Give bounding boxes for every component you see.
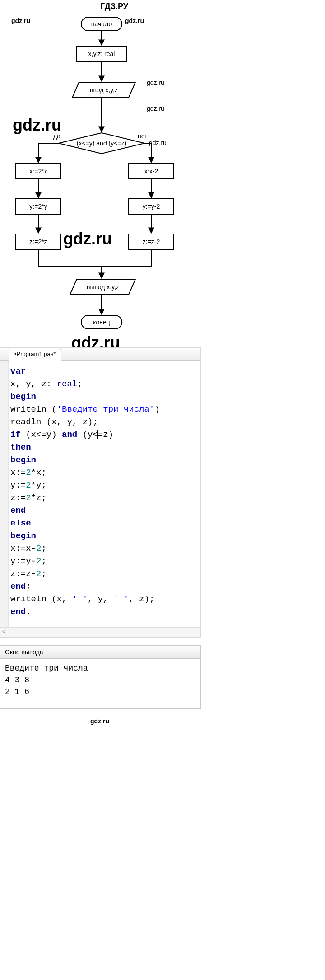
flow-n2: y:=y-2 xyxy=(143,203,160,210)
flow-yes-label: да xyxy=(53,132,60,140)
flow-output: вывод x,y,z xyxy=(87,283,119,291)
code-content[interactable]: var x, y, z: real; begin writeln ('Введи… xyxy=(9,361,162,627)
flow-decl: x,y,z: real xyxy=(88,50,115,57)
flow-start: начало xyxy=(91,20,112,28)
flow-no-label: нет xyxy=(138,132,148,140)
output-window: Окно вывода Введите три числа 4 3 8 2 1 … xyxy=(0,645,201,709)
editor-tab-bar: •Program1.pas* xyxy=(0,348,200,361)
output-title: Окно вывода xyxy=(0,645,201,659)
flow-n1: x:x-2 xyxy=(144,168,158,175)
flow-y3: z:=2*z xyxy=(29,238,47,245)
flow-input: ввод x,y,z xyxy=(90,86,118,94)
flow-cond: (x<=y) and (y<=z) xyxy=(77,140,127,147)
watermark: gdz.ru xyxy=(90,717,109,725)
flow-y2: y:=2*y xyxy=(29,203,47,210)
editor-tab[interactable]: •Program1.pas* xyxy=(9,349,61,361)
editor-gutter xyxy=(0,361,9,627)
flow-y1: x:=2*x xyxy=(29,168,47,175)
output-body: Введите три числа 4 3 8 2 1 6 xyxy=(0,659,201,709)
code-editor: •Program1.pas* var x, y, z: real; begin … xyxy=(0,347,201,638)
flow-n3: z:=z-2 xyxy=(143,238,160,245)
scroll-hint: < xyxy=(0,627,200,637)
page-header: ГДЗ.РУ xyxy=(100,2,128,11)
flow-end: конец xyxy=(93,319,110,326)
flowchart: начало x,y,z: real ввод x,y,z (x<=y) and… xyxy=(0,14,199,339)
